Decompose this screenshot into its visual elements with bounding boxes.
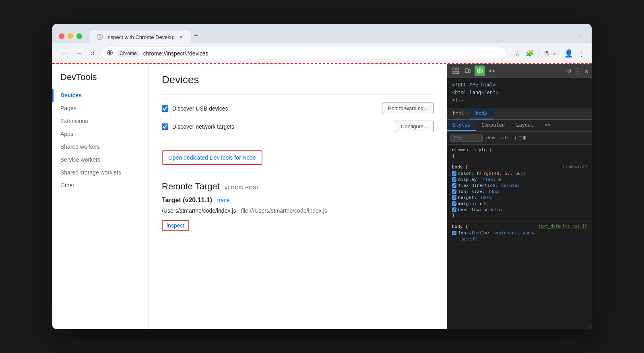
- style-prop-font-family-checkbox[interactable]: [452, 231, 456, 235]
- split-button[interactable]: ▭: [554, 50, 559, 57]
- devtools-html-tabs: html body: [447, 108, 592, 120]
- svg-rect-7: [469, 70, 470, 72]
- sidebar-item-other[interactable]: Other: [52, 179, 149, 192]
- configure-button[interactable]: Configure...: [395, 121, 434, 132]
- page-title: Devices: [162, 74, 434, 86]
- style-value-font-size: 13px;: [488, 189, 501, 194]
- tab-more-style[interactable]: >>: [539, 120, 556, 131]
- lab-button[interactable]: ⚗: [544, 50, 549, 57]
- tab-close-button[interactable]: ✕: [178, 34, 184, 40]
- inspect-link-row: inspect: [162, 217, 434, 231]
- sidebar-item-service-workers[interactable]: Service workers: [52, 153, 149, 166]
- element-picker-button[interactable]: [450, 66, 461, 76]
- tab-styles[interactable]: Styles: [447, 120, 476, 131]
- page-content: DevTools Devices Pages Extensions Apps S…: [52, 64, 592, 329]
- overflow-expand-arrow[interactable]: ▶: [485, 207, 488, 212]
- target-path-row: /Users/stmarthe/code/index.js file:///Us…: [162, 207, 434, 214]
- open-devtools-for-node-link[interactable]: Open dedicated DevTools for Node: [162, 150, 262, 165]
- sidebar-item-apps[interactable]: Apps: [52, 127, 149, 140]
- style-prop-flex-dir-checkbox[interactable]: [452, 183, 456, 188]
- url-bar[interactable]: Chrome chrome://inspect/#devices: [101, 47, 506, 60]
- style-value-display: flex;: [483, 177, 496, 182]
- element-style-selector: element.style {: [452, 147, 587, 152]
- svg-rect-4: [453, 71, 455, 74]
- style-prop-overflow-checkbox[interactable]: [452, 207, 456, 212]
- style-value-font-family-cont: serif;: [462, 236, 478, 242]
- remote-target-section: Remote Target #LOCALHOST Target (v20.11.…: [162, 181, 434, 231]
- body-style-header-1: body { (index):24: [452, 164, 587, 170]
- cls-filter-button[interactable]: .cls: [499, 135, 510, 140]
- title-bar: Inspect with Chrome Develop ✕ + ˅: [52, 24, 592, 43]
- style-value-font-family: system-ui, sans-: [493, 230, 536, 236]
- remote-target-subtitle: #LOCALHOST: [225, 185, 259, 191]
- style-value-margin: 0;: [484, 201, 489, 206]
- port-forwarding-button[interactable]: Port forwarding...: [382, 103, 434, 114]
- body-style-source-1: (index):24: [563, 164, 587, 170]
- tab-computed[interactable]: Computed: [476, 120, 510, 131]
- device-toolbar-button[interactable]: [462, 66, 473, 76]
- forward-button[interactable]: →: [73, 48, 85, 59]
- tab-layout[interactable]: Layout: [510, 120, 539, 131]
- body-style-close-1: }: [452, 213, 587, 218]
- chrome-menu-button[interactable]: ⋮: [578, 49, 585, 58]
- discover-usb-checkbox[interactable]: [162, 105, 168, 112]
- back-button[interactable]: ←: [59, 48, 70, 59]
- devtools-close-button[interactable]: ✕: [584, 67, 588, 75]
- sidebar-item-pages[interactable]: Pages: [52, 102, 149, 115]
- devtools-toolbar: >> ⚙ ⋮ ✕: [447, 64, 592, 78]
- styles-filter-input[interactable]: [450, 134, 483, 142]
- new-tab-button[interactable]: +: [191, 29, 202, 43]
- profile-button[interactable]: 👤: [564, 49, 573, 58]
- add-style-rule-button[interactable]: +: [514, 135, 517, 141]
- sidebar: DevTools Devices Pages Extensions Apps S…: [52, 64, 149, 329]
- sidebar-item-shared-workers[interactable]: Shared workers: [52, 140, 149, 153]
- address-bar: ← → ↺ Chrome chrome://inspect/#devices ☆…: [52, 43, 592, 63]
- devtools-styles-panel: element.style { } body { (index):24 colo…: [447, 145, 592, 329]
- style-prop-margin-checkbox[interactable]: [452, 201, 456, 206]
- style-prop-display-checkbox[interactable]: [452, 177, 456, 182]
- target-trace-link[interactable]: trace: [217, 197, 230, 203]
- devtools-more-panels-button[interactable]: >>: [488, 68, 495, 74]
- color-swatch[interactable]: [477, 172, 481, 175]
- bookmark-button[interactable]: ☆: [514, 49, 521, 58]
- inspect-link[interactable]: inspect: [162, 220, 189, 231]
- devtools-more-options-button[interactable]: ⋮: [574, 67, 580, 75]
- devtools-style-tabs: Styles Computed Layout >>: [447, 120, 592, 131]
- copy-styles-button[interactable]: ⬚: [518, 135, 521, 141]
- url-text: chrome://inspect/#devices: [143, 50, 208, 57]
- discover-usb-label: Discover USB devices: [172, 105, 382, 112]
- target-name: Target (v20.11.1): [162, 197, 212, 203]
- style-prop-height-checkbox[interactable]: [452, 195, 456, 200]
- body-style-block-2: body { text_defaults.css:18 font-family:…: [447, 222, 592, 244]
- style-value-height: 100%;: [480, 195, 493, 200]
- body-style-header-2: body { text_defaults.css:18: [452, 224, 587, 230]
- reload-button[interactable]: ↺: [88, 49, 97, 58]
- tab-html[interactable]: html: [447, 108, 470, 119]
- toggle-light-dark-button[interactable]: ▣: [523, 135, 526, 141]
- style-prop-display: display: flex; ⊞: [452, 176, 587, 183]
- pseudo-filter-button[interactable]: :hov: [485, 135, 496, 140]
- sidebar-item-extensions[interactable]: Extensions: [52, 115, 149, 127]
- style-prop-font-size-checkbox[interactable]: [452, 189, 456, 194]
- sidebar-item-shared-storage-worklets[interactable]: Shared storage worklets: [52, 166, 149, 179]
- html-line-2: <html lang="en">: [452, 89, 587, 96]
- extensions-button[interactable]: 🧩: [526, 49, 534, 57]
- style-key-height: height:: [458, 195, 477, 200]
- minimize-window-button[interactable]: [68, 33, 73, 39]
- html-line-3: <!--: [452, 96, 587, 104]
- devtools-panel: >> ⚙ ⋮ ✕ <!DOCTYPE html> <html lang="en"…: [447, 64, 592, 329]
- tab-body[interactable]: body: [470, 108, 493, 119]
- svg-rect-5: [456, 71, 458, 74]
- devtools-settings-button[interactable]: ⚙: [568, 68, 571, 74]
- body-style-source-2[interactable]: text_defaults.css:18: [539, 224, 587, 230]
- discover-network-checkbox[interactable]: [162, 123, 168, 130]
- body-selector-1: body {: [452, 164, 468, 170]
- browser-tab[interactable]: Inspect with Chrome Develop ✕: [90, 31, 191, 43]
- margin-expand-arrow[interactable]: ▶: [480, 201, 482, 206]
- close-window-button[interactable]: [59, 33, 64, 39]
- 3d-view-button[interactable]: [475, 66, 485, 76]
- sidebar-item-devices[interactable]: Devices: [52, 89, 149, 102]
- tab-expand-button[interactable]: ˅: [576, 33, 585, 43]
- maximize-window-button[interactable]: [76, 33, 82, 39]
- style-prop-color-checkbox[interactable]: [452, 171, 456, 176]
